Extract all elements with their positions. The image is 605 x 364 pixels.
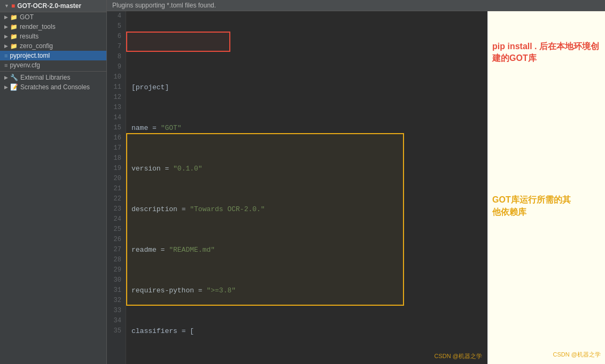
notification-text: Plugins supporting *.toml files found. [112, 2, 216, 9]
sidebar-item-results[interactable]: ▶ 📁 results [0, 32, 106, 41]
pip-annotation: pip install . 后在本地环境创建的GOT库 [492, 41, 605, 65]
code-line-6: name = "GOT" [131, 123, 487, 133]
code-token: = [ [182, 326, 194, 336]
watermark: CSDN @机器之学 [435, 351, 482, 361]
notification-bar: Plugins supporting *.toml files found. [107, 0, 605, 11]
sidebar-item-label: zero_config [20, 42, 53, 50]
sidebar-item-pyvenv[interactable]: ≡ pyvenv.cfg [0, 60, 106, 70]
sidebar-item-label: GOT [20, 13, 34, 21]
sidebar: ▼ ■ GOT-OCR-2.0-master ▶ 📁 GOT ▶ 📁 rende… [0, 0, 107, 364]
code-token: classifiers [131, 326, 182, 336]
folder-icon: 📁 [10, 43, 18, 50]
code-token: "GOT" [161, 123, 182, 133]
code-line-7: version = "0.1.0" [131, 164, 487, 174]
chevron-right-icon: ▶ [4, 75, 8, 80]
library-icon: 🔧 [10, 74, 18, 81]
sidebar-item-label: Scratches and Consoles [20, 83, 90, 91]
code-token: = [182, 204, 190, 214]
editor-area: Plugins supporting *.toml files found. 4… [107, 0, 605, 364]
sidebar-item-label: External Libraries [20, 74, 70, 81]
code-area: 4 5 6 7 8 9 10 11 12 13 14 15 16 17 18 1… [107, 11, 605, 364]
project-root-label: GOT-OCR-2.0-master [17, 2, 81, 10]
code-token: ">=3.8" [206, 285, 236, 296]
folder-icon: 📁 [10, 24, 18, 30]
pip-arrow [488, 51, 493, 57]
code-token: = [152, 123, 161, 133]
chevron-right-icon: ▶ [4, 84, 8, 90]
code-token: description [131, 204, 182, 214]
scratch-icon: 📝 [10, 83, 18, 91]
sidebar-item-label: results [20, 33, 38, 40]
toml-file-icon: ≡ [4, 52, 7, 59]
code-line-5: [project] [131, 82, 487, 92]
sidebar-item-pyproject[interactable]: ≡ pyproject.toml [0, 51, 106, 60]
sidebar-item-label: render_tools [20, 23, 56, 30]
code-editor[interactable]: [project] name = "GOT" version = "0.1.0"… [126, 11, 487, 364]
chevron-right-icon: ▶ [4, 43, 8, 49]
folder-icon: 📁 [10, 14, 18, 21]
chevron-right-icon: ▶ [4, 14, 8, 20]
project-root-arrow: ▼ [4, 3, 9, 9]
code-line-11: classifiers = [ [131, 326, 487, 336]
sidebar-item-scratches[interactable]: ▶ 📝 Scratches and Consoles [0, 82, 106, 92]
sidebar-item-label: pyproject.toml [10, 52, 50, 59]
chevron-right-icon: ▶ [4, 34, 8, 39]
code-token: name [131, 123, 152, 133]
code-token: "README.md" [169, 245, 215, 255]
watermark-annotation: CSDN @机器之学 [553, 351, 601, 359]
code-token: "0.1.0" [173, 164, 203, 174]
code-line-9: readme = "README.md" [131, 245, 487, 255]
dependencies-highlight [126, 133, 404, 306]
annotation-panel: pip install . 后在本地环境创建的GOT库 GOT库运行所需的其 他… [487, 11, 605, 364]
deps-annotation: GOT库运行所需的其 他依赖库 [492, 182, 571, 218]
code-token: readme [131, 245, 161, 255]
sidebar-item-render-tools[interactable]: ▶ 📁 render_tools [0, 22, 106, 32]
code-token: = [165, 164, 173, 174]
code-token: = [198, 285, 207, 296]
code-token: "Towards OCR-2.0." [190, 204, 265, 214]
line-numbers: 4 5 6 7 8 9 10 11 12 13 14 15 16 17 18 1… [107, 11, 126, 364]
divider [0, 71, 106, 72]
code-line-10: requires-python = ">=3.8" [131, 285, 487, 296]
code-token: version [131, 164, 165, 174]
project-root[interactable]: ▼ ■ GOT-OCR-2.0-master [0, 0, 106, 12]
folder-icon: 📁 [10, 33, 18, 40]
sidebar-item-external-libs[interactable]: ▶ 🔧 External Libraries [0, 73, 106, 82]
chevron-right-icon: ▶ [4, 24, 8, 29]
code-token: requires-python [131, 285, 198, 296]
sidebar-item-label: pyvenv.cfg [10, 61, 40, 69]
code-line-8: description = "Towards OCR-2.0." [131, 204, 487, 214]
code-token: = [161, 245, 169, 255]
sidebar-item-got[interactable]: ▶ 📁 GOT [0, 12, 106, 22]
cfg-file-icon: ≡ [4, 62, 7, 68]
sidebar-item-zero-config[interactable]: ▶ 📁 zero_config [0, 41, 106, 51]
code-line-4 [131, 42, 487, 52]
code-token: [project] [131, 82, 169, 92]
